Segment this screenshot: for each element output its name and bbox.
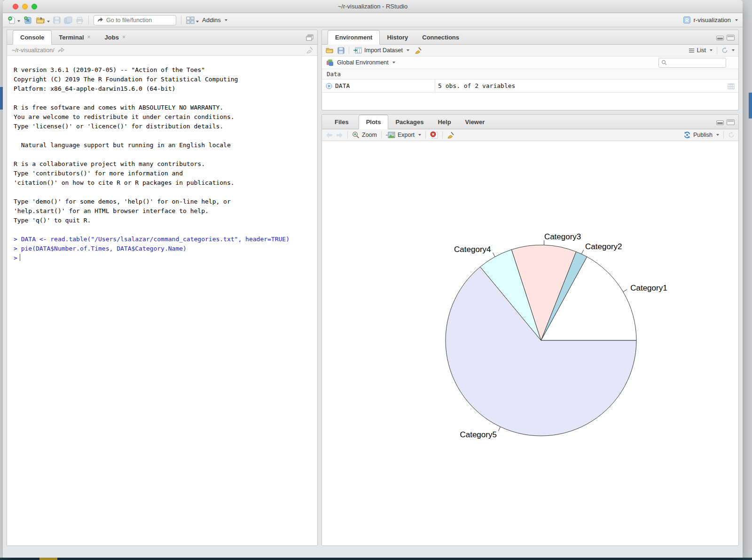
r-project-icon: R bbox=[683, 16, 691, 24]
console-command-line: > DATA <- read.table("/Users/lsalazar/co… bbox=[14, 235, 312, 244]
environment-tabbar: Environment History Connections bbox=[322, 30, 738, 45]
tab-help[interactable]: Help bbox=[431, 115, 458, 129]
tab-jobs[interactable]: Jobs × bbox=[98, 30, 133, 44]
import-dataset-button[interactable]: Import Dataset bbox=[353, 47, 409, 54]
environment-pane: Environment History Connections bbox=[321, 30, 739, 110]
console-pane: Console Terminal × Jobs × ~/r-visualizat… bbox=[7, 30, 318, 546]
main-toolbar: R bbox=[3, 13, 743, 27]
previous-plot-button[interactable] bbox=[326, 132, 333, 138]
remove-plot-icon bbox=[430, 131, 438, 139]
open-file-button[interactable] bbox=[36, 16, 50, 24]
expand-object-icon[interactable] bbox=[326, 83, 332, 89]
refresh-plot-button[interactable] bbox=[728, 132, 735, 139]
restore-pane-icon[interactable] bbox=[306, 34, 313, 41]
tab-packages[interactable]: Packages bbox=[388, 115, 431, 129]
pie-label-tick bbox=[623, 290, 627, 292]
background-window-fragment bbox=[749, 93, 752, 118]
pie-label: Category2 bbox=[585, 242, 622, 251]
chevron-down-icon bbox=[710, 49, 713, 51]
pie-label: Category4 bbox=[454, 245, 491, 254]
jump-to-directory-icon[interactable] bbox=[58, 47, 64, 53]
tab-viewer[interactable]: Viewer bbox=[458, 115, 492, 129]
remove-plot-button[interactable] bbox=[430, 131, 438, 139]
tab-files[interactable]: Files bbox=[328, 115, 356, 129]
minimize-pane-icon[interactable] bbox=[716, 120, 724, 125]
chevron-down-icon bbox=[716, 134, 719, 136]
goto-file-search[interactable] bbox=[94, 15, 176, 25]
console-command-line: > pie(DATA$Number.of.Times, DATA$Categor… bbox=[14, 244, 312, 253]
pie-label-tick bbox=[498, 427, 500, 431]
background-fragment bbox=[39, 558, 57, 560]
addins-menu-button[interactable]: Addins bbox=[202, 16, 227, 24]
console-output-area[interactable]: R version 3.6.1 (2019-07-05) -- "Action … bbox=[7, 56, 317, 263]
window-title: ~/r-visualization - RStudio bbox=[3, 0, 743, 13]
environment-view-list-button[interactable]: List bbox=[689, 47, 713, 54]
toolbar-separator bbox=[442, 131, 443, 139]
clear-all-plots-button[interactable] bbox=[447, 131, 454, 138]
console-prompt-line[interactable]: > bbox=[14, 253, 312, 263]
chevron-down-icon bbox=[196, 21, 199, 23]
maximize-pane-icon[interactable] bbox=[727, 119, 735, 125]
title-bar: ~/r-visualization - RStudio bbox=[3, 0, 743, 13]
clear-environment-button[interactable] bbox=[415, 47, 422, 54]
new-file-button[interactable] bbox=[8, 16, 20, 24]
save-all-button[interactable] bbox=[64, 16, 72, 24]
chevron-down-icon bbox=[47, 21, 50, 23]
working-directory-path: ~/r-visualization/ bbox=[12, 47, 55, 54]
toolbar-separator bbox=[717, 47, 717, 54]
save-workspace-icon[interactable] bbox=[337, 47, 345, 54]
new-project-icon: R bbox=[24, 16, 33, 24]
pie-label: Category1 bbox=[630, 284, 667, 292]
environment-object-row[interactable]: DATA 5 obs. of 2 variables bbox=[322, 79, 738, 93]
object-name: DATA bbox=[335, 82, 350, 89]
chevron-down-icon bbox=[735, 19, 738, 21]
print-button[interactable] bbox=[76, 16, 84, 24]
global-environment-icon bbox=[326, 59, 334, 66]
environment-toolbar: Import Dataset List bbox=[322, 45, 738, 56]
desktop-edge-right bbox=[743, 0, 752, 558]
toolbar-separator bbox=[381, 131, 382, 139]
plots-tabbar: Files Plots Packages Help Viewer bbox=[322, 115, 738, 129]
environment-scope-row: Global Environment bbox=[322, 56, 738, 69]
environment-section-header: Data bbox=[322, 69, 738, 79]
goto-file-input[interactable] bbox=[106, 17, 167, 24]
clear-console-icon[interactable] bbox=[306, 47, 313, 54]
minimize-pane-icon[interactable] bbox=[716, 36, 724, 40]
new-project-button[interactable]: R bbox=[24, 16, 33, 24]
pie-label: Category5 bbox=[460, 430, 496, 439]
chevron-down-icon bbox=[392, 62, 395, 63]
tab-history[interactable]: History bbox=[380, 30, 415, 44]
tab-environment[interactable]: Environment bbox=[328, 30, 380, 45]
publish-icon bbox=[683, 131, 691, 139]
refresh-environment-button[interactable] bbox=[721, 47, 735, 54]
close-icon[interactable]: × bbox=[87, 34, 91, 40]
toolbar-separator bbox=[347, 131, 348, 139]
next-plot-button[interactable] bbox=[336, 132, 343, 138]
export-plot-button[interactable]: Export bbox=[386, 132, 421, 139]
pane-layout-button[interactable] bbox=[186, 16, 199, 24]
goto-arrow-icon bbox=[97, 17, 103, 23]
import-dataset-icon bbox=[353, 47, 362, 54]
back-arrow-icon bbox=[326, 132, 333, 138]
zoom-plot-button[interactable]: Zoom bbox=[352, 131, 377, 139]
toolbar-separator bbox=[181, 16, 181, 24]
refresh-icon bbox=[721, 47, 728, 54]
tab-console[interactable]: Console bbox=[13, 30, 52, 45]
maximize-pane-icon[interactable] bbox=[727, 35, 735, 40]
environment-search-box[interactable] bbox=[658, 58, 726, 68]
object-summary: 5 obs. of 2 variables bbox=[435, 79, 724, 92]
tab-plots[interactable]: Plots bbox=[359, 115, 389, 129]
tab-terminal[interactable]: Terminal × bbox=[52, 30, 97, 44]
desktop-edge-bottom bbox=[0, 558, 752, 560]
publish-plot-button[interactable]: Publish bbox=[683, 131, 719, 139]
project-menu-button[interactable]: R r-visualization bbox=[683, 16, 738, 24]
tab-connections[interactable]: Connections bbox=[415, 30, 466, 44]
save-button[interactable] bbox=[53, 16, 61, 24]
broom-icon bbox=[415, 47, 422, 54]
environment-scope-selector[interactable]: Global Environment bbox=[337, 59, 395, 66]
view-data-icon[interactable] bbox=[728, 82, 735, 89]
svg-text:R: R bbox=[685, 18, 689, 23]
close-icon[interactable]: × bbox=[122, 34, 125, 40]
pie-label-tick bbox=[493, 252, 495, 257]
load-workspace-icon[interactable] bbox=[326, 47, 334, 54]
